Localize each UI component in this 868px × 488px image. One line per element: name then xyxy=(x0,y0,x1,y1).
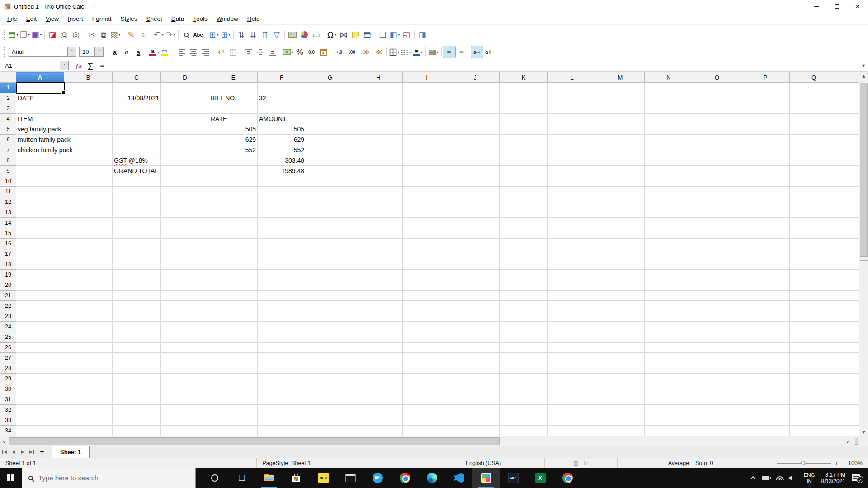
cell-D15[interactable] xyxy=(161,228,209,239)
cell-L33[interactable] xyxy=(548,415,596,426)
cell-F8[interactable]: 303.48 xyxy=(258,155,306,166)
autofilter-button[interactable]: ▽ xyxy=(271,29,283,41)
insert-chart-button[interactable] xyxy=(298,29,310,41)
align-left-button[interactable] xyxy=(176,46,188,58)
cell-F32[interactable] xyxy=(258,405,306,415)
split-window-button[interactable]: ◱ xyxy=(401,29,412,41)
cell-H4[interactable] xyxy=(354,114,403,124)
text-direction-top-to-bottom-button[interactable]: a⇓ xyxy=(483,46,495,58)
cell-E7[interactable]: 552 xyxy=(209,145,258,155)
cell-C13[interactable] xyxy=(113,207,161,218)
cell-H11[interactable] xyxy=(354,187,403,197)
cell-O11[interactable] xyxy=(693,187,741,197)
cell-L2[interactable] xyxy=(548,93,596,103)
cell-L1[interactable] xyxy=(548,83,596,93)
cell-N23[interactable] xyxy=(645,311,693,322)
cell-H14[interactable] xyxy=(354,218,403,228)
border-color-button[interactable]: ■▾ xyxy=(412,46,424,58)
paragraph-right-to-left-button[interactable]: ✒ xyxy=(455,46,467,58)
conditional-formatting-button[interactable]: ▾ xyxy=(428,46,439,58)
insert-text-box-button[interactable]: ▭ xyxy=(310,29,322,41)
cell-H22[interactable] xyxy=(354,301,403,311)
cell-E9[interactable] xyxy=(209,166,258,176)
first-sheet-button[interactable]: ◀ xyxy=(0,446,9,458)
cell-O4[interactable] xyxy=(693,114,741,124)
cell-partial-27[interactable] xyxy=(838,353,859,363)
cell-C30[interactable] xyxy=(113,384,161,394)
cell-A22[interactable] xyxy=(16,301,64,311)
increase-indent-button[interactable]: ≫ xyxy=(361,46,373,58)
cell-N31[interactable] xyxy=(645,394,693,405)
cell-C31[interactable] xyxy=(113,394,161,405)
cell-P2[interactable] xyxy=(741,93,790,103)
cell-I10[interactable] xyxy=(403,176,451,187)
cell-J33[interactable] xyxy=(451,415,500,426)
cell-A34[interactable] xyxy=(16,426,64,436)
cell-K11[interactable] xyxy=(500,187,548,197)
cell-I27[interactable] xyxy=(403,353,451,363)
cell-L15[interactable] xyxy=(548,228,596,239)
print-button[interactable]: ⎙ xyxy=(58,29,70,41)
cell-P26[interactable] xyxy=(741,343,790,353)
cell-L7[interactable] xyxy=(548,145,596,155)
cell-partial-11[interactable] xyxy=(838,187,859,197)
cell-I14[interactable] xyxy=(403,218,451,228)
sheet-tab[interactable]: Sheet 1 xyxy=(52,446,90,458)
cell-G23[interactable] xyxy=(306,311,354,322)
font-name-combo[interactable]: Arial ˅ xyxy=(9,47,76,57)
cell-A3[interactable] xyxy=(16,103,64,114)
taskbar-app-telegram[interactable] xyxy=(364,468,391,488)
cell-O6[interactable] xyxy=(693,135,741,145)
taskbar-app-dev[interactable]: DEV xyxy=(310,468,337,488)
cell-K4[interactable] xyxy=(500,114,548,124)
cell-I5[interactable] xyxy=(403,124,451,135)
row-header-24[interactable]: 24 xyxy=(0,322,16,332)
cell-B24[interactable] xyxy=(64,322,113,332)
cell-partial-3[interactable] xyxy=(838,103,859,114)
cell-A16[interactable] xyxy=(16,239,64,249)
cell-P17[interactable] xyxy=(741,249,790,259)
cell-H17[interactable] xyxy=(354,249,403,259)
hidden-icons-button[interactable] xyxy=(749,468,759,488)
taskbar-app-cortana[interactable] xyxy=(201,468,228,488)
cell-partial-17[interactable] xyxy=(838,249,859,259)
cell-G31[interactable] xyxy=(306,394,354,405)
cell-K24[interactable] xyxy=(500,322,548,332)
cell-G28[interactable] xyxy=(306,363,354,374)
center-vertically-button[interactable] xyxy=(255,46,266,58)
cell-C27[interactable] xyxy=(113,353,161,363)
cell-A32[interactable] xyxy=(16,405,64,415)
cell-E23[interactable] xyxy=(209,311,258,322)
border-style-button[interactable]: ▾ xyxy=(400,46,412,58)
cell-D33[interactable] xyxy=(161,415,209,426)
menu-window[interactable]: Window xyxy=(212,14,243,23)
cell-O12[interactable] xyxy=(693,197,741,207)
cell-C2[interactable]: 13/08/2021 xyxy=(113,93,161,103)
cell-partial-2[interactable] xyxy=(838,93,859,103)
cell-B1[interactable] xyxy=(64,83,113,93)
row-header-13[interactable]: 13 xyxy=(0,207,16,218)
cell-G24[interactable] xyxy=(306,322,354,332)
cell-Q34[interactable] xyxy=(790,426,838,436)
cell-P9[interactable] xyxy=(741,166,790,176)
cell-C10[interactable] xyxy=(113,176,161,187)
cell-L28[interactable] xyxy=(548,363,596,374)
vertical-scrollbar-thumb[interactable] xyxy=(860,83,868,257)
cell-J17[interactable] xyxy=(451,249,500,259)
cell-P11[interactable] xyxy=(741,187,790,197)
cell-G8[interactable] xyxy=(306,155,354,166)
cell-E24[interactable] xyxy=(209,322,258,332)
cell-D10[interactable] xyxy=(161,176,209,187)
cell-P5[interactable] xyxy=(741,124,790,135)
cell-D17[interactable] xyxy=(161,249,209,259)
cell-M18[interactable] xyxy=(596,259,645,270)
cell-I24[interactable] xyxy=(403,322,451,332)
cell-E5[interactable]: 505 xyxy=(209,124,258,135)
cell-P10[interactable] xyxy=(741,176,790,187)
horizontal-scrollbar-thumb[interactable] xyxy=(9,437,500,445)
cell-M33[interactable] xyxy=(596,415,645,426)
cell-D5[interactable] xyxy=(161,124,209,135)
cell-D30[interactable] xyxy=(161,384,209,394)
row-header-32[interactable]: 32 xyxy=(0,405,16,415)
cell-P22[interactable] xyxy=(741,301,790,311)
